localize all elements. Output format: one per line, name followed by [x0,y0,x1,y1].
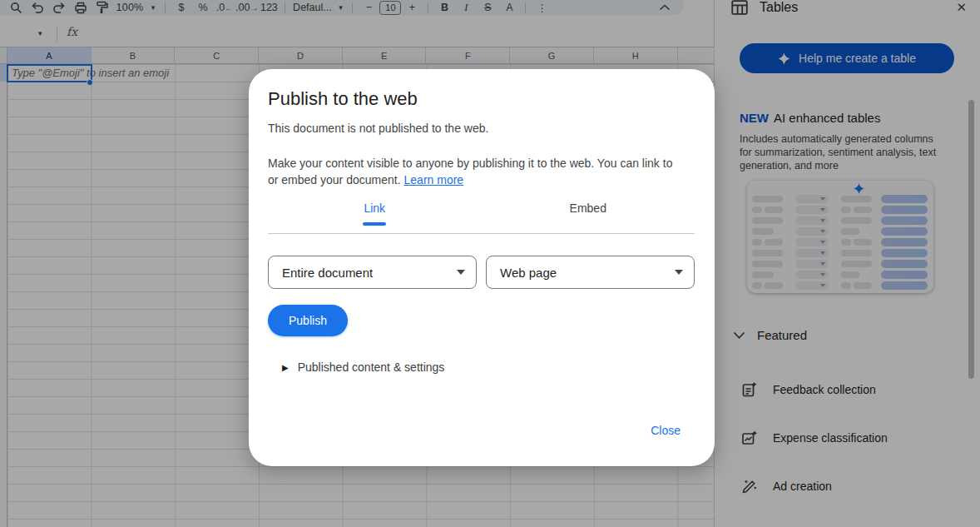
publish-status-text: This document is not published to the we… [268,122,488,135]
format-dropdown-value: Web page [500,266,557,280]
publish-tabs: Link Embed [268,196,695,224]
scope-dropdown-value: Entire document [282,266,373,280]
publish-button[interactable]: Publish [268,305,348,336]
expander-arrow-icon: ▶ [282,363,289,372]
dropdown-caret-icon [675,270,683,275]
active-tab-indicator [363,222,386,226]
dialog-title: Publish to the web [268,88,418,110]
dialog-body-text: Make your content visible to anyone by p… [268,155,686,188]
tab-embed[interactable]: Embed [482,196,695,224]
publish-scope-dropdown[interactable]: Entire document [268,256,477,289]
tab-link[interactable]: Link [268,196,482,224]
learn-more-link[interactable]: Learn more [404,173,464,186]
publish-to-web-dialog: Publish to the web This document is not … [249,69,715,466]
dialog-close-button[interactable]: Close [651,424,681,437]
body-text: Make your content visible to anyone by p… [268,157,672,186]
dropdown-caret-icon [457,270,465,275]
app-window: 100% ▾ $ % .0← .00→ 123 Defaul... ▾ − 10… [0,0,980,527]
published-content-settings-expander[interactable]: ▶ Published content & settings [282,360,444,374]
publish-format-dropdown[interactable]: Web page [486,256,695,289]
tabs-divider [268,233,695,234]
expander-label: Published content & settings [298,360,445,374]
